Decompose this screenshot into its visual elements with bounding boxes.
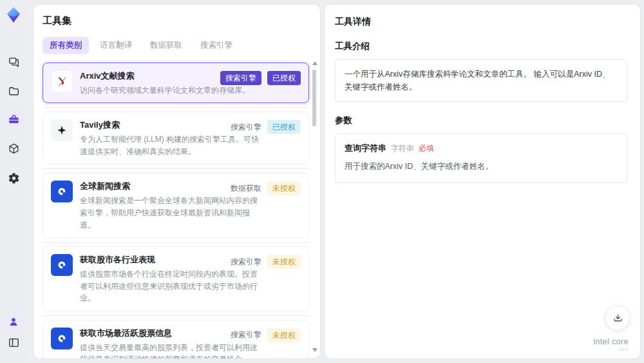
list-scrollbar[interactable] (312, 57, 317, 355)
tool-card-arxiv[interactable]: Arxiv文献搜索 访问各个研究领域大量科学论文和文章的存储库。 搜索引擎 已授… (43, 63, 309, 103)
settings-gear-icon[interactable] (5, 169, 23, 187)
category-label: 搜索引擎 (231, 122, 261, 133)
tab-search-engine[interactable]: 搜索引擎 (193, 37, 240, 54)
scroll-down-arrow[interactable] (312, 348, 317, 352)
tool-description: 全球新闻搜索是一个聚合全球各大新闻网站内容的搜索引擎，帮助用户快速获取全球最新资… (80, 195, 261, 231)
tool-description: 专为人工智能代理 (LLM) 构建的搜索引擎工具。可快速提供实时、准确和真实的结… (80, 133, 261, 157)
panel-toggle-icon[interactable] (5, 333, 23, 351)
auth-status-badge: 已授权 (267, 120, 301, 134)
cube-icon[interactable] (5, 139, 23, 157)
tool-list-panel: 工具集 所有类别 语言翻译 数据获取 搜索引擎 Arxiv文献搜索 (33, 5, 320, 358)
tool-list: Arxiv文献搜索 访问各个研究领域大量科学论文和文章的存储库。 搜索引擎 已授… (43, 63, 309, 358)
auth-status-badge: 未授权 (267, 328, 301, 342)
tab-language-translation[interactable]: 语言翻译 (93, 37, 139, 54)
category-tabs: 所有类别 语言翻译 数据获取 搜索引擎 (43, 37, 305, 54)
app-logo (5, 6, 23, 24)
param-name: 查询字符串 (345, 142, 386, 154)
auth-status-badge: 未授权 (267, 181, 301, 195)
scrollbar-thumb[interactable] (312, 70, 316, 126)
param-box: 查询字符串 字符串 必填 用于搜索的Arxiv ID、关键字或作者姓名。 (335, 133, 627, 183)
intel-core-logo: intel core Ultra (593, 335, 629, 352)
scroll-up-arrow[interactable] (312, 61, 317, 65)
params-heading: 参数 (335, 115, 627, 126)
tool-card-sector-performance[interactable]: 获取股市各行业表现 提供股票市场各个行业在特定时间段内的表现。投资者可以利用这些… (43, 246, 309, 311)
intel-core-logo-text: intel core (593, 337, 629, 346)
tool-row-tavily: Tavily搜索 专为人工智能代理 (LLM) 构建的搜索引擎工具。可快速提供实… (43, 112, 309, 164)
param-description: 用于搜索的Arxiv ID、关键字或作者姓名。 (345, 160, 618, 173)
tab-data-fetch[interactable]: 数据获取 (143, 37, 189, 54)
intro-box: 一个用于从Arxiv存储库搜索科学论文和文章的工具。 输入可以是Arxiv ID… (335, 59, 627, 102)
download-icon (612, 313, 623, 324)
user-icon[interactable] (5, 313, 23, 331)
news-app-icon (51, 254, 73, 276)
tool-row-global-news: 全球新闻搜索 全球新闻搜索是一个聚合全球各大新闻网站内容的搜索引擎，帮助用户快速… (43, 173, 309, 238)
nav-rail (0, 0, 27, 363)
category-badge: 搜索引擎 (220, 71, 261, 85)
tavily-sparkle-icon (51, 119, 73, 141)
tool-row-arxiv: Arxiv文献搜索 访问各个研究领域大量科学论文和文章的存储库。 搜索引擎 已授… (43, 63, 309, 103)
category-label: 数据获取 (231, 183, 261, 194)
param-type: 字符串 (391, 143, 414, 154)
details-title: 工具详情 (335, 16, 627, 28)
tool-row-sector-performance: 获取股市各行业表现 提供股票市场各个行业在特定时间段内的表现。投资者可以利用这些… (43, 246, 309, 311)
arxiv-icon (51, 70, 73, 92)
tool-card-active-stocks[interactable]: 获取市场最活跃股票信息 提供当天交易量最高的股票列表，投资者可以利用这些信息来识… (43, 320, 309, 358)
news-app-icon (51, 181, 73, 202)
tool-description: 提供当天交易量最高的股票列表，投资者可以利用这些信息来识别流动性强的股票和潜在的… (80, 342, 261, 358)
chat-icon[interactable] (5, 53, 23, 71)
tab-all-categories[interactable]: 所有类别 (43, 37, 89, 54)
intel-core-ultra-subtext: Ultra (593, 347, 629, 352)
download-button[interactable] (605, 306, 630, 330)
auth-status-badge: 已授权 (267, 71, 301, 85)
tool-card-global-news[interactable]: 全球新闻搜索 全球新闻搜索是一个聚合全球各大新闻网站内容的搜索引擎，帮助用户快速… (43, 173, 309, 238)
tool-description: 提供股票市场各个行业在特定时间段内的表现。投资者可以利用这些信息来识别表现优于或… (80, 268, 261, 304)
intro-heading: 工具介绍 (335, 41, 627, 52)
auth-status-badge: 未授权 (267, 255, 301, 269)
tool-description: 访问各个研究领域大量科学论文和文章的存储库。 (80, 84, 250, 97)
folder-icon[interactable] (5, 82, 23, 100)
tool-row-active-stocks: 获取市场最活跃股票信息 提供当天交易量最高的股票列表，投资者可以利用这些信息来识… (43, 320, 309, 358)
category-label: 搜索引擎 (231, 329, 261, 340)
news-app-icon (51, 328, 73, 349)
tool-card-tavily[interactable]: Tavily搜索 专为人工智能代理 (LLM) 构建的搜索引擎工具。可快速提供实… (43, 112, 309, 164)
page-title: 工具集 (43, 15, 305, 27)
intro-text: 一个用于从Arxiv存储库搜索科学论文和文章的工具。 输入可以是Arxiv ID… (345, 70, 611, 92)
tool-details-panel: 工具详情 工具介绍 一个用于从Arxiv存储库搜索科学论文和文章的工具。 输入可… (325, 5, 640, 358)
category-label: 搜索引擎 (231, 257, 261, 268)
param-required-flag: 必填 (419, 143, 434, 154)
toolbox-icon-active[interactable] (5, 110, 23, 128)
